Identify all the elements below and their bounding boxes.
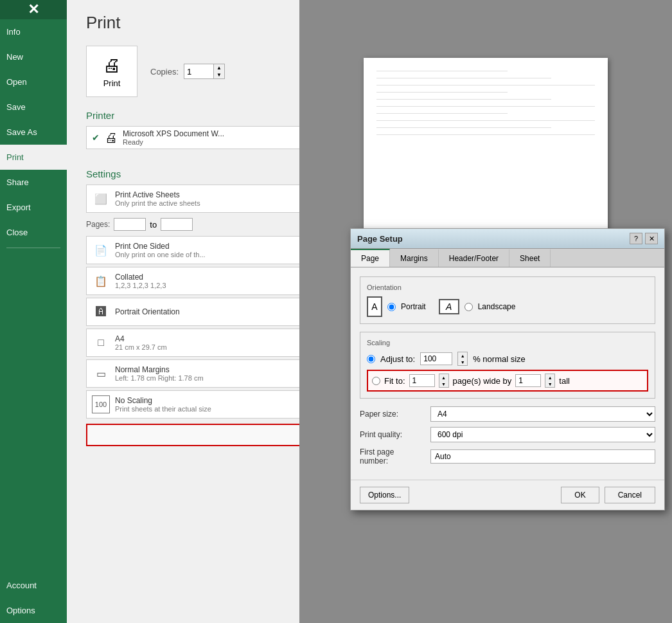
dialog-controls: ? ✕ bbox=[630, 233, 658, 244]
preview-line bbox=[376, 106, 595, 107]
fit-tall-up[interactable]: ▲ bbox=[545, 374, 554, 381]
one-sided-icon: 📄 bbox=[92, 241, 110, 259]
fit-pages-spinner: ▲ ▼ bbox=[439, 374, 449, 388]
page-setup-dialog: Page Setup ? ✕ Page Margins Header/Foote… bbox=[350, 228, 665, 510]
adjust-to-spinner: ▲ ▼ bbox=[457, 352, 468, 366]
adjust-to-radio[interactable] bbox=[367, 355, 375, 363]
copies-decrement[interactable]: ▼ bbox=[214, 71, 224, 78]
orientation-options: A Portrait A Landscape bbox=[367, 296, 648, 317]
preview-line bbox=[376, 120, 595, 121]
landscape-label: Landscape bbox=[478, 302, 516, 311]
adjust-to-unit: % normal size bbox=[473, 354, 526, 364]
sidebar-item-new[interactable]: New bbox=[0, 44, 67, 69]
fit-to-radio[interactable] bbox=[372, 377, 380, 385]
margins-icon: ▭ bbox=[92, 365, 110, 383]
fit-tall-input[interactable] bbox=[515, 374, 541, 387]
preview-line bbox=[376, 71, 508, 71]
copies-spinners: ▲ ▼ bbox=[213, 64, 224, 78]
dialog-help-button[interactable]: ? bbox=[630, 233, 642, 244]
adjust-up[interactable]: ▲ bbox=[458, 352, 467, 359]
app-logo: ✕ bbox=[0, 0, 67, 19]
printer-name: Microsoft XPS Document W... bbox=[123, 129, 224, 138]
first-page-number-label: First page number: bbox=[360, 447, 424, 465]
pages-to-label: to bbox=[150, 220, 157, 230]
adjust-to-input[interactable] bbox=[420, 352, 452, 365]
preview-line bbox=[376, 85, 595, 86]
fit-to-label: Fit to: bbox=[384, 376, 405, 386]
pages-from-input[interactable] bbox=[114, 218, 146, 231]
copies-increment[interactable]: ▲ bbox=[214, 64, 224, 71]
active-sheets-icon: ⬜ bbox=[92, 190, 110, 208]
copies-label: Copies: bbox=[150, 67, 179, 77]
tab-page[interactable]: Page bbox=[351, 249, 390, 267]
tab-sheet[interactable]: Sheet bbox=[509, 249, 551, 267]
tab-margins[interactable]: Margins bbox=[390, 249, 439, 267]
sidebar-item-options[interactable]: Options bbox=[0, 598, 67, 623]
sidebar-item-info[interactable]: Info bbox=[0, 19, 67, 44]
sidebar-item-close[interactable]: Close bbox=[0, 220, 67, 245]
print-quality-select[interactable]: 600 dpi 300 dpi 1200 dpi bbox=[430, 427, 655, 442]
portrait-icon: A bbox=[367, 296, 382, 317]
dialog-tabs: Page Margins Header/Footer Sheet bbox=[351, 249, 664, 267]
dialog-title: Page Setup bbox=[357, 234, 403, 244]
copies-area: Copies: ▲ ▼ bbox=[150, 64, 225, 79]
sidebar-divider bbox=[6, 248, 60, 248]
copies-field[interactable] bbox=[184, 66, 213, 78]
portrait-radio[interactable] bbox=[387, 303, 396, 311]
first-page-number-input[interactable] bbox=[430, 449, 655, 464]
fit-to-row: Fit to: ▲ ▼ page(s) wide by ▲ ▼ tall bbox=[367, 370, 648, 392]
sidebar-item-save-as[interactable]: Save As bbox=[0, 120, 67, 145]
sidebar-item-account[interactable]: Account bbox=[0, 573, 67, 598]
printer-icon: 🖨 bbox=[103, 55, 121, 76]
adjust-to-label: Adjust to: bbox=[380, 354, 415, 364]
portrait-label: Portrait bbox=[401, 302, 426, 311]
print-quality-label: Print quality: bbox=[360, 430, 424, 439]
preview-line bbox=[376, 99, 551, 100]
pages-label: Pages: bbox=[86, 220, 110, 229]
preview-line bbox=[376, 127, 551, 128]
fit-pages-input[interactable] bbox=[409, 374, 435, 387]
printer-status: Ready bbox=[123, 138, 224, 146]
collated-icon: 📋 bbox=[92, 272, 110, 290]
paper-size-select[interactable]: A4 Letter A3 bbox=[430, 406, 655, 422]
adjust-to-row: Adjust to: ▲ ▼ % normal size bbox=[367, 352, 648, 366]
fit-tall-spinner: ▲ ▼ bbox=[545, 374, 555, 388]
dialog-title-bar: Page Setup ? ✕ bbox=[351, 229, 664, 249]
scaling-icon: 100 bbox=[92, 395, 110, 413]
preview-lines bbox=[376, 71, 595, 135]
options-button[interactable]: Options... bbox=[360, 487, 409, 503]
sidebar-bottom: Account Options bbox=[0, 573, 67, 623]
landscape-icon: A bbox=[439, 299, 459, 314]
dialog-content: Orientation A Portrait A Landscape bbox=[351, 267, 664, 480]
preview-line bbox=[376, 78, 551, 78]
sidebar-item-share[interactable]: Share bbox=[0, 170, 67, 195]
pages-to-input[interactable] bbox=[161, 218, 193, 231]
printer-info: Microsoft XPS Document W... Ready bbox=[123, 129, 224, 146]
fit-pages-up[interactable]: ▲ bbox=[439, 374, 448, 381]
ok-button[interactable]: OK bbox=[561, 487, 599, 503]
dialog-footer: Options... OK Cancel bbox=[351, 480, 664, 510]
landscape-radio[interactable] bbox=[464, 303, 473, 311]
orientation-icon: 🅰 bbox=[92, 303, 110, 321]
paper-size-icon: □ bbox=[92, 334, 110, 352]
dialog-close-button[interactable]: ✕ bbox=[645, 233, 658, 244]
landscape-option[interactable]: A Landscape bbox=[439, 299, 516, 314]
fit-pages-dn[interactable]: ▼ bbox=[439, 381, 448, 387]
portrait-option[interactable]: A Portrait bbox=[367, 296, 426, 317]
sidebar-item-save[interactable]: Save bbox=[0, 95, 67, 120]
sidebar-item-open[interactable]: Open bbox=[0, 69, 67, 95]
first-page-number-row: First page number: bbox=[360, 447, 655, 465]
sidebar-item-print[interactable]: Print bbox=[0, 145, 67, 170]
cancel-button[interactable]: Cancel bbox=[605, 487, 655, 503]
preview-line bbox=[376, 92, 508, 93]
print-button[interactable]: 🖨 Print bbox=[86, 46, 137, 97]
copies-input-box: ▲ ▼ bbox=[184, 64, 225, 79]
adjust-dn[interactable]: ▼ bbox=[458, 359, 467, 365]
paper-size-row: Paper size: A4 Letter A3 bbox=[360, 406, 655, 422]
paper-size-label: Paper size: bbox=[360, 410, 424, 419]
tab-header-footer[interactable]: Header/Footer bbox=[439, 249, 509, 267]
sidebar-item-export[interactable]: Export bbox=[0, 195, 67, 220]
printer-status-icon: ✔ bbox=[92, 132, 100, 143]
fit-tall-dn[interactable]: ▼ bbox=[545, 381, 554, 387]
preview-line bbox=[376, 134, 595, 135]
